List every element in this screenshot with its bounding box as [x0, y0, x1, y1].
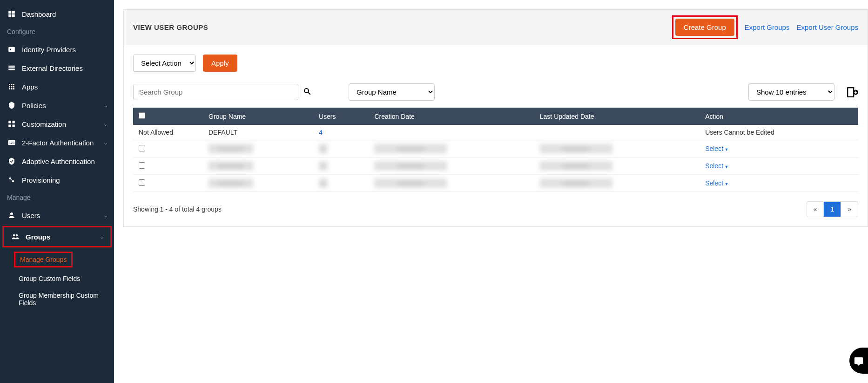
sidebar-item-provisioning[interactable]: Provisioning — [0, 171, 114, 189]
section-manage: Manage — [0, 189, 114, 206]
row-check-text: Not Allowed — [133, 125, 203, 140]
users-count-link[interactable]: 4 — [319, 129, 323, 136]
svg-rect-0 — [8, 11, 11, 14]
svg-rect-13 — [11, 86, 13, 88]
cell-last-updated: xxxxxxxx — [534, 175, 700, 192]
svg-point-29 — [304, 89, 309, 93]
two-factor-icon: 123 — [7, 138, 16, 147]
sidebar-item-customization[interactable]: Customization ⌵ — [0, 115, 114, 133]
svg-rect-4 — [8, 47, 15, 52]
table-row: xxxxxxxxxxxxxxxxxxxxxxxxxSelect — [133, 175, 858, 192]
apply-button[interactable]: Apply — [203, 55, 237, 72]
svg-point-25 — [12, 180, 14, 183]
pagination-page-1[interactable]: 1 — [824, 202, 841, 217]
panel: VIEW USER GROUPS Create Group Export Gro… — [123, 9, 868, 227]
shield-check-icon — [7, 157, 16, 166]
chat-bubble-icon[interactable] — [849, 348, 868, 374]
customize-icon — [7, 119, 16, 129]
sidebar-item-external-directories[interactable]: External Directories — [0, 59, 114, 77]
filter-by-dropdown[interactable]: Group Name — [349, 83, 435, 101]
row-checkbox[interactable] — [139, 179, 145, 186]
col-users[interactable]: Users — [313, 108, 369, 125]
chevron-down-icon: ⌵ — [101, 234, 103, 239]
export-user-groups-link[interactable]: Export User Groups — [796, 23, 858, 31]
row-action-select[interactable]: Select — [705, 179, 728, 187]
table-header-row: Group Name Users Creation Date Last Upda… — [133, 108, 858, 125]
row-checkbox[interactable] — [139, 162, 145, 169]
cell-creation-date: xxxxxxxx — [369, 157, 534, 175]
col-last-updated[interactable]: Last Updated Date — [534, 108, 700, 125]
action-row: Select Action Apply — [133, 55, 858, 72]
table-row: Not AllowedDEFAULT4Users Cannot be Edite… — [133, 125, 858, 140]
sidebar-item-identity-providers[interactable]: Identity Providers — [0, 40, 114, 59]
nav-label: Users — [22, 212, 104, 219]
table-row: xxxxxxxxxxxxxxxxxxxxxxxxxSelect — [133, 140, 858, 157]
sidebar-item-2fa[interactable]: 123 2-Factor Authentication ⌵ — [0, 133, 114, 152]
sidebar-item-apps[interactable]: Apps — [0, 77, 114, 96]
svg-rect-1 — [12, 11, 15, 14]
entries-select[interactable]: Show 10 entries — [748, 83, 834, 101]
cell-users: x — [313, 140, 369, 157]
table-row: xxxxxxxxxxxxxxxxxxxxxxxxxSelect — [133, 157, 858, 175]
panel-body: Select Action Apply Group Name Show — [124, 45, 868, 226]
sidebar-item-adaptive-auth[interactable]: Adaptive Authentication — [0, 152, 114, 171]
pagination-prev[interactable]: « — [807, 202, 824, 217]
add-column-icon[interactable] — [846, 86, 858, 98]
col-group-name[interactable]: Group Name — [203, 108, 313, 125]
sidebar-subitem-manage-groups[interactable]: Manage Groups — [14, 252, 73, 267]
col-action: Action — [700, 108, 858, 125]
svg-rect-31 — [848, 88, 854, 97]
dashboard-icon — [7, 9, 16, 19]
nav-label: Dashboard — [22, 10, 107, 18]
cell-creation-date: xxxxxxxx — [369, 140, 534, 157]
provisioning-icon — [7, 175, 16, 185]
svg-rect-17 — [13, 88, 14, 89]
chevron-down-icon: ⌵ — [104, 140, 107, 145]
col-creation-date[interactable]: Creation Date — [369, 108, 534, 125]
row-action-text: Users Cannot be Edited — [700, 125, 858, 140]
svg-rect-11 — [13, 84, 14, 85]
svg-point-24 — [9, 178, 12, 180]
svg-rect-2 — [8, 14, 11, 17]
entries-wrap: Show 10 entries — [748, 83, 858, 101]
row-action-select[interactable]: Select — [705, 145, 728, 152]
select-all-checkbox[interactable] — [139, 112, 145, 119]
sidebar-subitem-group-membership-custom[interactable]: Group Membership Custom Fields — [0, 287, 114, 311]
svg-point-27 — [13, 234, 15, 237]
row-action-select[interactable]: Select — [705, 162, 728, 170]
cell-creation-date: xxxxxxxx — [369, 175, 534, 192]
pagination: « 1 » — [807, 201, 858, 217]
svg-point-28 — [16, 234, 18, 237]
cell-last-updated — [534, 125, 700, 140]
shield-icon — [7, 101, 16, 110]
table-footer: Showing 1 - 4 of total 4 groups « 1 » — [133, 201, 858, 217]
cell-group-name: DEFAULT — [203, 125, 313, 140]
id-card-icon — [7, 45, 16, 54]
sidebar-subitem-group-custom-fields[interactable]: Group Custom Fields — [0, 270, 114, 287]
sidebar: Dashboard Configure Identity Providers E… — [0, 0, 114, 383]
nav-label: Customization — [22, 120, 104, 128]
svg-text:123: 123 — [9, 141, 15, 144]
sidebar-item-dashboard[interactable]: Dashboard — [0, 5, 114, 23]
sidebar-item-groups[interactable]: Groups ⌵ — [2, 226, 112, 247]
svg-rect-14 — [13, 86, 14, 88]
export-groups-link[interactable]: Export Groups — [745, 23, 790, 31]
nav-label: Identity Providers — [22, 46, 107, 54]
cell-last-updated: xxxxxxxx — [534, 157, 700, 175]
nav-label: Adaptive Authentication — [22, 157, 107, 165]
svg-rect-21 — [13, 125, 15, 127]
svg-rect-12 — [9, 86, 10, 88]
create-group-button[interactable]: Create Group — [675, 19, 734, 36]
row-checkbox[interactable] — [139, 145, 145, 151]
select-action-dropdown[interactable]: Select Action — [133, 55, 196, 72]
sidebar-item-policies[interactable]: Policies ⌵ — [0, 96, 114, 115]
nav-label: Groups — [26, 233, 101, 241]
nav-label: Provisioning — [22, 176, 107, 184]
nav-label: External Directories — [22, 64, 107, 72]
svg-rect-20 — [8, 125, 11, 127]
pagination-next[interactable]: » — [841, 202, 858, 217]
sidebar-item-users[interactable]: Users ⌵ — [0, 206, 114, 225]
search-input[interactable] — [133, 84, 298, 100]
cell-users: 4 — [313, 125, 369, 140]
search-icon[interactable] — [303, 87, 311, 97]
